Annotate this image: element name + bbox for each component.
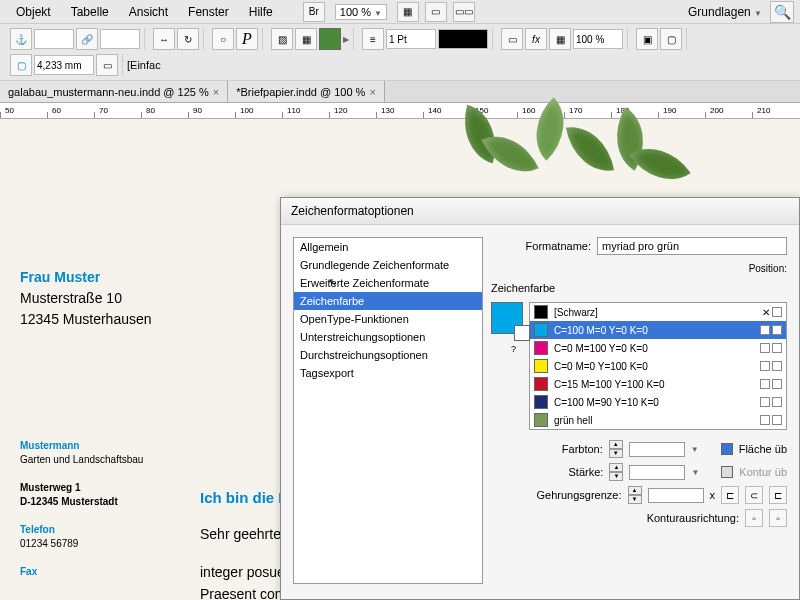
none-icon: ✕ xyxy=(762,307,770,318)
search-icon[interactable]: 🔍 xyxy=(770,1,794,23)
type-icon xyxy=(760,397,770,407)
swatch-row[interactable]: C=100 M=0 Y=0 K=0 xyxy=(530,321,786,339)
effects-icon[interactable]: ▭ xyxy=(501,28,523,50)
type-icon xyxy=(772,415,782,425)
help-icon[interactable]: ? xyxy=(511,344,523,354)
rotate-icon[interactable]: ↻ xyxy=(177,28,199,50)
flip-icon[interactable]: ↔ xyxy=(153,28,175,50)
fill-overprint-checkbox[interactable] xyxy=(721,443,733,455)
company-name: Mustermann xyxy=(20,439,143,453)
menu-hilfe[interactable]: Hilfe xyxy=(239,5,283,19)
screen-mode-icon[interactable]: ▭ xyxy=(425,2,447,22)
type-icon xyxy=(772,397,782,407)
close-icon[interactable]: × xyxy=(213,86,219,98)
text-wrap-icon[interactable]: ▣ xyxy=(636,28,658,50)
fax-label: Fax xyxy=(20,565,143,579)
menu-fenster[interactable]: Fenster xyxy=(178,5,239,19)
join-bevel-icon[interactable]: ⊏ xyxy=(769,486,787,504)
cursor-icon: ↖ xyxy=(328,276,337,289)
align-inside-icon[interactable]: ▫ xyxy=(769,509,787,527)
sender-block: Mustermann Garten und Landschaftsbau Mus… xyxy=(20,439,143,579)
menu-tabelle[interactable]: Tabelle xyxy=(61,5,119,19)
frame-icon[interactable]: ▢ xyxy=(10,54,32,76)
tab-2[interactable]: *Briefpapier.indd @ 100 %× xyxy=(228,81,385,102)
pattern-icon[interactable]: ▦ xyxy=(295,28,317,50)
swatch-row[interactable]: C=15 M=100 Y=100 K=0 xyxy=(530,375,786,393)
menu-objekt[interactable]: Objekt xyxy=(6,5,61,19)
zoom-level[interactable]: 100 % ▼ xyxy=(335,4,387,20)
bridge-icon[interactable]: Br xyxy=(303,2,325,22)
swatch-row[interactable]: C=100 M=90 Y=10 K=0 xyxy=(530,393,786,411)
swatch-row[interactable]: [Schwarz]✕ xyxy=(530,303,786,321)
dropdown-icon[interactable]: ▼ xyxy=(691,445,699,454)
list-item-opentype[interactable]: OpenType-Funktionen xyxy=(294,310,482,328)
position-label: Position: xyxy=(749,263,787,274)
opacity-input[interactable] xyxy=(573,29,623,49)
join-round-icon[interactable]: ⊂ xyxy=(745,486,763,504)
tint-input[interactable] xyxy=(629,442,685,457)
miter-spinner[interactable]: ▲▼ xyxy=(628,486,642,504)
fill-preview[interactable] xyxy=(491,302,523,334)
type-icon xyxy=(760,379,770,389)
menu-ansicht[interactable]: Ansicht xyxy=(119,5,178,19)
type-icon xyxy=(760,343,770,353)
workspace-selector[interactable]: Grundlagen ▼ xyxy=(688,5,762,19)
opacity-icon[interactable]: ▦ xyxy=(549,28,571,50)
stroke-overprint-checkbox[interactable] xyxy=(721,466,733,478)
align-label: Konturausrichtung: xyxy=(647,512,739,524)
type-icon xyxy=(760,415,770,425)
align-center-icon[interactable]: ▫ xyxy=(745,509,763,527)
weight-label: Stärke: xyxy=(569,466,604,478)
dimension-input[interactable] xyxy=(34,55,94,75)
anchor-icon[interactable]: ⚓ xyxy=(10,28,32,50)
tab-1[interactable]: galabau_mustermann-neu.indd @ 125 %× xyxy=(0,81,228,102)
join-miter-icon[interactable]: ⊏ xyxy=(721,486,739,504)
weight-input[interactable] xyxy=(629,465,685,480)
dropdown-icon[interactable]: ▼ xyxy=(691,468,699,477)
fitting-icon[interactable]: ▢ xyxy=(660,28,682,50)
stroke-style[interactable] xyxy=(438,29,488,49)
address-block: Frau Muster Musterstraße 10 12345 Muster… xyxy=(20,267,152,330)
stroke-weight-input[interactable] xyxy=(386,29,436,49)
list-item-color[interactable]: Zeichenfarbe xyxy=(294,292,482,310)
arrange-icon[interactable]: ▭▭ xyxy=(453,2,475,22)
phone-number: 01234 56789 xyxy=(20,537,143,551)
recipient-city: 12345 Musterhausen xyxy=(20,309,152,330)
tint-spinner[interactable]: ▲▼ xyxy=(609,440,623,458)
link-icon[interactable]: 🔗 xyxy=(76,28,98,50)
swatch-row[interactable]: grün hell xyxy=(530,411,786,429)
menubar: Objekt Tabelle Ansicht Fenster Hilfe Br … xyxy=(0,0,800,24)
category-list[interactable]: Allgemein Grundlegende Zeichenformate Er… xyxy=(293,237,483,584)
list-item-underline[interactable]: Unterstreichungsoptionen xyxy=(294,328,482,346)
list-item-tagexport[interactable]: Tagsexport xyxy=(294,364,482,382)
view-options-icon[interactable]: ▦ xyxy=(397,2,419,22)
list-item-basic[interactable]: Grundlegende Zeichenformate xyxy=(294,256,482,274)
miter-input[interactable] xyxy=(648,488,704,503)
miter-label: Gehrungsgrenze: xyxy=(537,489,622,501)
character-style-dialog: Zeichenformatoptionen Allgemein Grundleg… xyxy=(280,197,800,600)
stroke-weight-icon[interactable]: ≡ xyxy=(362,28,384,50)
weight-spinner[interactable]: ▲▼ xyxy=(609,463,623,481)
fill-dropdown-icon[interactable]: ▶ xyxy=(343,35,349,44)
list-item-general[interactable]: Allgemein xyxy=(294,238,482,256)
type-icon xyxy=(772,307,782,317)
fill-color-swatch[interactable] xyxy=(319,28,341,50)
type-icon xyxy=(772,361,782,371)
x-input[interactable] xyxy=(34,29,74,49)
gradient-icon[interactable]: ▨ xyxy=(271,28,293,50)
type-tool-icon[interactable]: P xyxy=(236,28,258,50)
w-input[interactable] xyxy=(100,29,140,49)
format-name-input[interactable] xyxy=(597,237,787,255)
close-icon[interactable]: × xyxy=(369,86,375,98)
list-item-strikethrough[interactable]: Durchstreichungsoptionen xyxy=(294,346,482,364)
swatch-list[interactable]: [Schwarz]✕ C=100 M=0 Y=0 K=0 C=0 M=100 Y… xyxy=(529,302,787,430)
type-icon xyxy=(760,361,770,371)
swatch-row[interactable]: C=0 M=100 Y=0 K=0 xyxy=(530,339,786,357)
align-icon[interactable]: ▭ xyxy=(96,54,118,76)
list-item-advanced[interactable]: Erweiterte Zeichenformate↖ xyxy=(294,274,482,292)
fx-icon[interactable]: fx xyxy=(525,28,547,50)
section-title: Zeichenfarbe xyxy=(491,282,787,294)
swatch-row[interactable]: C=0 M=0 Y=100 K=0 xyxy=(530,357,786,375)
type-icon xyxy=(772,343,782,353)
pathfinder-icon[interactable]: ○ xyxy=(212,28,234,50)
